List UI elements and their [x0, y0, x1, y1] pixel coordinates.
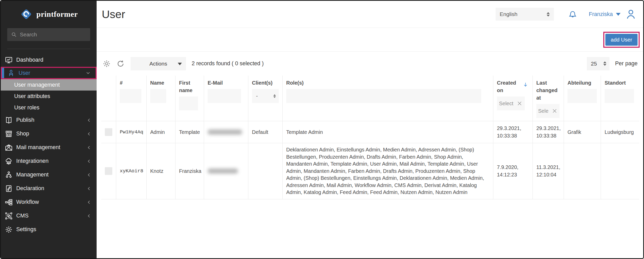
sidebar-item-label: User: [19, 70, 30, 76]
column-header-clients[interactable]: Client(s): [252, 79, 279, 87]
profile-icon[interactable]: [625, 8, 637, 20]
select-updown-icon: [273, 94, 276, 98]
page-title: User: [102, 8, 125, 21]
sidebar-item-user[interactable]: User: [1, 67, 97, 79]
subnav-label: User roles: [14, 104, 39, 111]
sidebar-item-declaration[interactable]: Declaration: [1, 182, 97, 195]
column-header-standort[interactable]: Standort: [605, 79, 635, 87]
sidebar-item-shop[interactable]: Shop: [1, 127, 97, 141]
sort-descending-icon[interactable]: [523, 82, 528, 87]
filter-abteilung-input[interactable]: [567, 89, 597, 103]
sidebar-item-management[interactable]: Management: [1, 168, 97, 182]
subnav-label: User attributes: [14, 93, 50, 100]
sidebar-item-label: CMS: [16, 213, 29, 219]
add-user-button[interactable]: add User: [605, 34, 638, 46]
subnav-label: User management: [14, 82, 60, 88]
column-header-last-changed[interactable]: Last changed at: [536, 79, 559, 102]
user-menu[interactable]: Franziska: [589, 11, 621, 18]
sidebar-item-settings[interactable]: Settings: [1, 223, 97, 236]
gear-icon: [5, 225, 13, 234]
table-toolbar: Actions 2 records found ( 0 selected ) 2…: [97, 52, 643, 76]
cell-id: Pw1Hy4Aq: [120, 129, 143, 135]
cell-last-changed: 11.3.2021, 12:10:04: [536, 164, 560, 179]
sidebar-item-dashboard[interactable]: Dashboard: [1, 53, 97, 67]
svg-text:@: @: [7, 145, 10, 148]
cell-abteilung: Grafik: [567, 129, 581, 135]
column-header-created-on[interactable]: Created on: [497, 79, 519, 94]
per-page-value: 25: [591, 61, 597, 67]
column-header-id[interactable]: #: [120, 79, 143, 87]
filter-email-input[interactable]: [208, 89, 241, 103]
cell-roles: Deklarationen Admin, Einstellungs Admin,…: [286, 146, 489, 196]
filter-id-input[interactable]: [120, 89, 141, 103]
column-header-email[interactable]: E-Mail: [208, 79, 244, 87]
object-group-icon: [5, 212, 13, 220]
main-content: User English Franziska: [97, 1, 643, 258]
language-select[interactable]: English: [496, 8, 554, 21]
filter-roles-input[interactable]: [286, 89, 481, 103]
column-header-first-name[interactable]: First name: [179, 79, 200, 94]
select-updown-icon: [547, 12, 550, 17]
cell-first-name: Template: [179, 129, 200, 135]
row-checkbox[interactable]: [105, 167, 112, 175]
sidebar-item-publish[interactable]: Publish: [1, 113, 97, 127]
filter-last-changed-select[interactable]: Sele: [536, 104, 560, 118]
filter-name-input[interactable]: [150, 89, 166, 103]
column-header-roles[interactable]: Role(s): [286, 79, 489, 87]
cloud-network-icon: [5, 157, 13, 165]
notifications-bell-icon[interactable]: [567, 9, 578, 20]
column-header-abteilung[interactable]: Abteilung: [567, 79, 597, 87]
search-icon: [11, 31, 17, 38]
cell-created-on: 7.9.2020, 14:12:23: [497, 164, 529, 179]
caret-down-icon: [616, 13, 621, 16]
cell-name: Admin: [150, 129, 165, 135]
row-checkbox[interactable]: [105, 128, 112, 136]
refresh-icon[interactable]: [116, 59, 125, 68]
storefront-icon: [5, 130, 13, 138]
table-settings-gear-icon[interactable]: [102, 59, 111, 68]
cell-roles: Template Admin: [286, 129, 323, 135]
chevron-down-icon: [85, 70, 91, 76]
sidebar-item-workflow[interactable]: Workflow: [1, 195, 97, 209]
table-row: xyKAoir8 Knotz Franziska Deklarationen A…: [101, 143, 639, 199]
sidebar-item-integrationen[interactable]: Integrationen: [1, 154, 97, 168]
username: Franziska: [589, 11, 613, 18]
sidebar-item-cms[interactable]: CMS: [1, 209, 97, 223]
records-summary: 2 records found ( 0 selected ): [192, 60, 264, 67]
sidebar-item-label: Mail management: [16, 144, 60, 151]
filter-created-on-select[interactable]: Select: [497, 96, 525, 110]
sidebar-item-user-roles[interactable]: User roles: [1, 102, 97, 113]
sidebar-item-label: Dashboard: [16, 57, 43, 63]
sidebar-item-label: Settings: [16, 226, 36, 233]
sidebar-item-label: Declaration: [16, 185, 44, 192]
sidebar-item-user-management[interactable]: User management: [1, 79, 97, 91]
select-updown-icon: [603, 61, 606, 66]
chevron-left-icon: [86, 199, 92, 205]
email-redacted-blur: [208, 130, 242, 135]
chevron-left-icon: [86, 145, 92, 150]
actions-dropdown[interactable]: Actions: [131, 57, 186, 70]
clear-filter-icon[interactable]: [552, 108, 558, 114]
sidebar-item-label: Publish: [16, 117, 35, 123]
column-header-name[interactable]: Name: [150, 79, 172, 87]
top-header: User English Franziska: [97, 1, 643, 28]
org-chart-icon: [5, 171, 13, 179]
clear-filter-icon[interactable]: [516, 100, 523, 107]
search-input[interactable]: [20, 31, 90, 38]
dashboard-icon: [5, 56, 13, 64]
sidebar-item-mail-management[interactable]: @ Mail management: [1, 141, 97, 154]
filter-clients-select[interactable]: -: [252, 89, 279, 103]
sidebar-search[interactable]: [7, 28, 90, 41]
filter-first-name-input[interactable]: [179, 96, 198, 110]
per-page-select[interactable]: 25: [587, 57, 609, 70]
cell-id: xyKAoir8: [120, 168, 143, 174]
sidebar-divider: [7, 49, 90, 49]
app-window: printformer Dashboard: [0, 0, 644, 259]
filter-standort-input[interactable]: [605, 89, 634, 103]
chevron-left-icon: [86, 186, 92, 191]
sidebar-item-user-attributes[interactable]: User attributes: [1, 91, 97, 102]
cell-last-changed: 29.3.2021, 10:33:38: [536, 125, 561, 140]
table-header-row: # Name First name E-Mail Client(s): [101, 76, 639, 121]
mail-icon: @: [5, 143, 13, 152]
language-select-value: English: [500, 11, 518, 17]
